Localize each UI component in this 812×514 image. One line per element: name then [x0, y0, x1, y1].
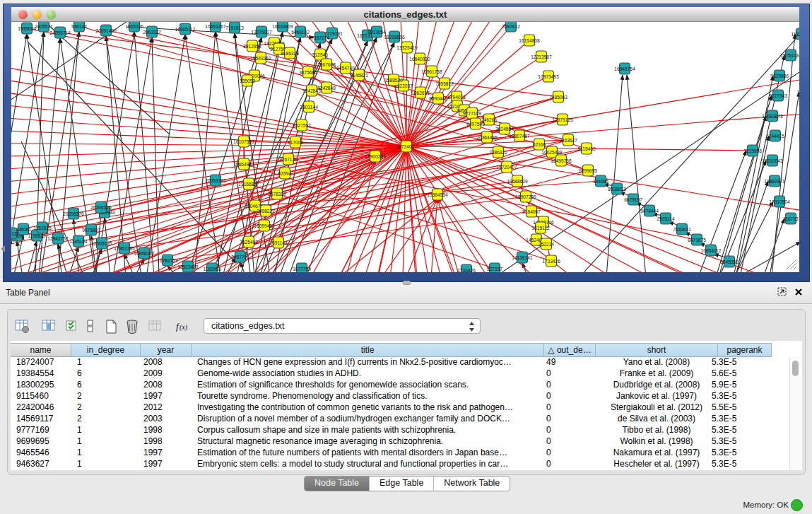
- svg-text:8938923: 8938923: [608, 187, 626, 192]
- svg-text:16648754: 16648754: [614, 66, 635, 71]
- svg-text:26206526: 26206526: [90, 205, 112, 210]
- svg-text:18495758: 18495758: [551, 158, 572, 163]
- svg-text:1615112: 1615112: [531, 226, 550, 230]
- svg-text:24055714: 24055714: [49, 30, 71, 35]
- svg-text:912546: 912546: [312, 52, 328, 57]
- svg-text:(x): (x): [180, 323, 188, 332]
- svg-text:10653267: 10653267: [205, 24, 226, 29]
- svg-text:1132021: 1132021: [796, 90, 799, 95]
- svg-text:1244415: 1244415: [766, 134, 784, 139]
- svg-text:2935114: 2935114: [657, 216, 675, 221]
- svg-text:16099489: 16099489: [254, 223, 275, 228]
- svg-text:17957255: 17957255: [114, 246, 135, 251]
- svg-text:20053346: 20053346: [205, 178, 226, 183]
- svg-text:2087612: 2087612: [502, 24, 520, 29]
- svg-text:16210043: 16210043: [762, 158, 783, 163]
- svg-text:917006: 917006: [288, 140, 303, 145]
- svg-text:3498222: 3498222: [257, 209, 275, 214]
- svg-text:6899695: 6899695: [579, 168, 597, 173]
- svg-text:1065326: 1065326: [125, 24, 143, 29]
- svg-text:10025438: 10025438: [541, 150, 563, 155]
- svg-text:7191513: 7191513: [225, 25, 244, 30]
- svg-text:9245052: 9245052: [720, 259, 739, 264]
- svg-text:16033809: 16033809: [272, 24, 293, 29]
- svg-text:9329986: 9329986: [770, 74, 789, 78]
- svg-text:6679197: 6679197: [624, 197, 642, 202]
- svg-text:6497508: 6497508: [466, 122, 485, 127]
- svg-text:939093: 939093: [240, 78, 255, 83]
- svg-text:2803144: 2803144: [300, 105, 318, 110]
- svg-text:14136141: 14136141: [512, 255, 533, 260]
- svg-text:62160: 62160: [533, 142, 546, 147]
- svg-text:16640910: 16640910: [409, 57, 430, 62]
- svg-text:17010504: 17010504: [769, 199, 790, 204]
- svg-text:16905112: 16905112: [175, 27, 196, 32]
- svg-text:9457791: 9457791: [231, 255, 249, 259]
- svg-text:16154808: 16154808: [519, 38, 540, 43]
- svg-text:8427552: 8427552: [293, 123, 311, 128]
- svg-text:1733426: 1733426: [542, 259, 560, 264]
- svg-text:19384554: 19384554: [427, 192, 448, 197]
- svg-text:19218506: 19218506: [384, 35, 405, 40]
- svg-text:1691144: 1691144: [269, 240, 288, 245]
- svg-text:12942757: 12942757: [47, 236, 69, 241]
- svg-text:9146821: 9146821: [350, 73, 368, 78]
- svg-text:12093873: 12093873: [762, 114, 783, 119]
- svg-text:20206576: 20206576: [63, 211, 84, 216]
- svg-text:7632621: 7632621: [673, 227, 691, 232]
- svg-text:8471675: 8471675: [688, 238, 706, 243]
- svg-text:8912954: 8912954: [243, 44, 261, 49]
- svg-text:116753: 116753: [783, 216, 799, 221]
- svg-text:9242848: 9242848: [317, 86, 336, 90]
- svg-text:2405571: 2405571: [35, 24, 53, 29]
- svg-text:527337: 527337: [487, 267, 502, 271]
- svg-text:3215958: 3215958: [743, 148, 762, 153]
- svg-text:16543362: 16543362: [250, 56, 271, 61]
- svg-text:8186323: 8186323: [281, 51, 299, 56]
- svg-text:15751034: 15751034: [780, 53, 799, 58]
- svg-text:19166827: 19166827: [238, 182, 259, 187]
- svg-text:1588520: 1588520: [384, 78, 403, 83]
- svg-text:3267130: 3267130: [279, 157, 298, 162]
- svg-text:9115460: 9115460: [577, 146, 596, 151]
- svg-text:9227343: 9227343: [769, 93, 787, 98]
- svg-text:936144: 936144: [71, 24, 87, 29]
- svg-text:930111: 930111: [11, 231, 19, 236]
- svg-text:11325286: 11325286: [792, 32, 799, 37]
- svg-text:6794028: 6794028: [447, 95, 466, 100]
- svg-text:13325419: 13325419: [396, 45, 418, 50]
- svg-text:12923468: 12923468: [177, 264, 199, 269]
- svg-text:9474444: 9474444: [640, 209, 659, 214]
- svg-text:1145194: 1145194: [69, 239, 88, 244]
- svg-text:12975125: 12975125: [552, 117, 573, 122]
- svg-text:9463627: 9463627: [559, 138, 577, 143]
- svg-text:13276017: 13276017: [251, 30, 272, 35]
- svg-text:18724007: 18724007: [396, 144, 417, 149]
- svg-text:2063327: 2063327: [143, 30, 161, 35]
- svg-text:7357274: 7357274: [311, 35, 329, 40]
- svg-text:20364436: 20364436: [476, 135, 498, 140]
- svg-text:16107553: 16107553: [233, 139, 254, 144]
- svg-text:6466102: 6466102: [291, 30, 310, 35]
- svg-text:20691406: 20691406: [95, 28, 117, 33]
- svg-text:12213967: 12213967: [531, 54, 552, 59]
- svg-text:8990448: 8990448: [429, 96, 447, 101]
- svg-text:8578330: 8578330: [268, 192, 286, 197]
- svg-text:9975887: 9975887: [82, 228, 100, 233]
- svg-text:1733426: 1733426: [457, 268, 476, 273]
- svg-text:12505135: 12505135: [91, 241, 112, 246]
- svg-text:1362615: 1362615: [411, 90, 430, 95]
- svg-text:18907299: 18907299: [515, 194, 536, 199]
- svg-text:10654112: 10654112: [701, 248, 722, 253]
- svg-text:9777109: 9777109: [463, 111, 481, 116]
- svg-text:10958107: 10958107: [134, 251, 155, 256]
- svg-text:1935004: 1935004: [18, 26, 36, 31]
- svg-text:7955812: 7955812: [435, 81, 454, 86]
- svg-text:15720407: 15720407: [496, 165, 517, 170]
- svg-text:144095: 144095: [593, 179, 608, 184]
- svg-text:16782759: 16782759: [157, 258, 178, 263]
- svg-text:1181953: 1181953: [203, 267, 221, 271]
- svg-text:2367608: 2367608: [317, 62, 336, 67]
- svg-text:7386322: 7386322: [489, 150, 507, 155]
- svg-text:10807487: 10807487: [509, 134, 530, 139]
